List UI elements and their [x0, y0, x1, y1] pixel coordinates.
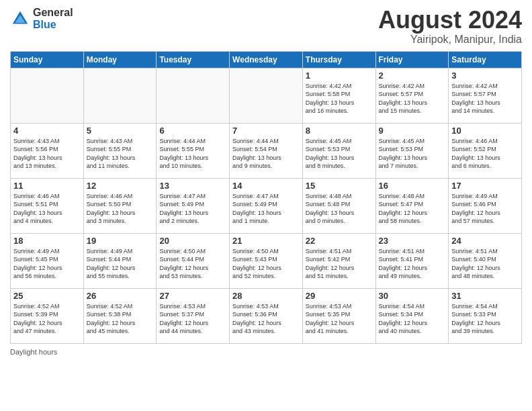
col-friday: Friday	[375, 51, 449, 68]
day-cell: 11Sunrise: 4:46 AM Sunset: 5:51 PM Dayli…	[11, 178, 84, 233]
day-cell: 19Sunrise: 4:49 AM Sunset: 5:44 PM Dayli…	[83, 233, 157, 288]
day-number: 4	[13, 126, 81, 136]
day-number: 21	[232, 236, 300, 246]
day-number: 19	[87, 236, 154, 246]
day-number: 17	[451, 181, 519, 191]
day-info: Sunrise: 4:54 AM Sunset: 5:33 PM Dayligh…	[451, 302, 519, 336]
day-cell: 9Sunrise: 4:45 AM Sunset: 5:53 PM Daylig…	[375, 123, 449, 178]
day-info: Sunrise: 4:51 AM Sunset: 5:41 PM Dayligh…	[379, 247, 446, 281]
day-info: Sunrise: 4:45 AM Sunset: 5:53 PM Dayligh…	[379, 137, 446, 171]
calendar-table: Sunday Monday Tuesday Wednesday Thursday…	[10, 51, 522, 344]
week-row-3: 18Sunrise: 4:49 AM Sunset: 5:45 PM Dayli…	[11, 233, 522, 288]
footer: Daylight hours	[10, 348, 522, 356]
day-cell: 15Sunrise: 4:48 AM Sunset: 5:48 PM Dayli…	[302, 178, 375, 233]
day-number: 3	[451, 71, 519, 81]
day-info: Sunrise: 4:49 AM Sunset: 5:45 PM Dayligh…	[13, 247, 81, 281]
daylight-label: Daylight hours	[10, 348, 57, 356]
day-cell: 1Sunrise: 4:42 AM Sunset: 5:58 PM Daylig…	[302, 68, 375, 123]
day-cell: 24Sunrise: 4:51 AM Sunset: 5:40 PM Dayli…	[449, 233, 522, 288]
day-cell: 18Sunrise: 4:49 AM Sunset: 5:45 PM Dayli…	[11, 233, 84, 288]
day-number: 7	[232, 126, 300, 136]
day-number: 2	[379, 71, 446, 81]
day-cell: 17Sunrise: 4:49 AM Sunset: 5:46 PM Dayli…	[449, 178, 522, 233]
day-number: 31	[451, 291, 519, 301]
day-cell: 31Sunrise: 4:54 AM Sunset: 5:33 PM Dayli…	[449, 288, 522, 343]
day-info: Sunrise: 4:52 AM Sunset: 5:39 PM Dayligh…	[13, 302, 81, 336]
subtitle: Yairipok, Manipur, India	[378, 34, 522, 46]
day-info: Sunrise: 4:46 AM Sunset: 5:51 PM Dayligh…	[13, 192, 81, 226]
day-cell: 4Sunrise: 4:43 AM Sunset: 5:56 PM Daylig…	[11, 123, 84, 178]
day-info: Sunrise: 4:49 AM Sunset: 5:44 PM Dayligh…	[87, 247, 154, 281]
day-cell: 7Sunrise: 4:44 AM Sunset: 5:54 PM Daylig…	[230, 123, 303, 178]
day-number: 13	[159, 181, 226, 191]
day-cell: 12Sunrise: 4:46 AM Sunset: 5:50 PM Dayli…	[83, 178, 157, 233]
day-number: 1	[306, 71, 373, 81]
day-info: Sunrise: 4:51 AM Sunset: 5:42 PM Dayligh…	[306, 247, 373, 281]
day-cell: 8Sunrise: 4:45 AM Sunset: 5:53 PM Daylig…	[302, 123, 375, 178]
day-cell	[230, 68, 303, 123]
day-cell: 16Sunrise: 4:48 AM Sunset: 5:47 PM Dayli…	[375, 178, 449, 233]
day-cell	[157, 68, 230, 123]
day-info: Sunrise: 4:42 AM Sunset: 5:57 PM Dayligh…	[379, 82, 446, 116]
logo-icon	[10, 9, 30, 29]
day-number: 8	[306, 126, 373, 136]
day-info: Sunrise: 4:42 AM Sunset: 5:57 PM Dayligh…	[451, 82, 519, 116]
day-number: 11	[13, 181, 81, 191]
day-number: 16	[379, 181, 446, 191]
day-info: Sunrise: 4:46 AM Sunset: 5:52 PM Dayligh…	[451, 137, 519, 171]
day-number: 29	[306, 291, 373, 301]
day-cell: 23Sunrise: 4:51 AM Sunset: 5:41 PM Dayli…	[375, 233, 449, 288]
header-row: Sunday Monday Tuesday Wednesday Thursday…	[11, 51, 522, 68]
day-number: 5	[87, 126, 154, 136]
header: General Blue August 2024 Yairipok, Manip…	[10, 7, 522, 46]
day-number: 6	[159, 126, 226, 136]
day-number: 12	[87, 181, 154, 191]
col-sunday: Sunday	[11, 51, 84, 68]
day-cell	[83, 68, 157, 123]
day-number: 23	[379, 236, 446, 246]
day-cell: 25Sunrise: 4:52 AM Sunset: 5:39 PM Dayli…	[11, 288, 84, 343]
day-info: Sunrise: 4:48 AM Sunset: 5:47 PM Dayligh…	[379, 192, 446, 226]
day-info: Sunrise: 4:53 AM Sunset: 5:37 PM Dayligh…	[159, 302, 226, 336]
day-cell: 21Sunrise: 4:50 AM Sunset: 5:43 PM Dayli…	[230, 233, 303, 288]
day-number: 15	[306, 181, 373, 191]
day-info: Sunrise: 4:48 AM Sunset: 5:48 PM Dayligh…	[306, 192, 373, 226]
day-info: Sunrise: 4:54 AM Sunset: 5:34 PM Dayligh…	[379, 302, 446, 336]
day-cell: 30Sunrise: 4:54 AM Sunset: 5:34 PM Dayli…	[375, 288, 449, 343]
logo-blue-text: Blue	[33, 19, 73, 31]
day-cell: 26Sunrise: 4:52 AM Sunset: 5:38 PM Dayli…	[83, 288, 157, 343]
day-number: 9	[379, 126, 446, 136]
day-number: 22	[306, 236, 373, 246]
day-cell: 6Sunrise: 4:44 AM Sunset: 5:55 PM Daylig…	[157, 123, 230, 178]
day-cell: 3Sunrise: 4:42 AM Sunset: 5:57 PM Daylig…	[449, 68, 522, 123]
logo: General Blue	[10, 7, 73, 30]
day-info: Sunrise: 4:50 AM Sunset: 5:43 PM Dayligh…	[232, 247, 300, 281]
day-number: 24	[451, 236, 519, 246]
day-info: Sunrise: 4:52 AM Sunset: 5:38 PM Dayligh…	[87, 302, 154, 336]
day-info: Sunrise: 4:51 AM Sunset: 5:40 PM Dayligh…	[451, 247, 519, 281]
day-number: 27	[159, 291, 226, 301]
day-info: Sunrise: 4:47 AM Sunset: 5:49 PM Dayligh…	[232, 192, 300, 226]
day-info: Sunrise: 4:47 AM Sunset: 5:49 PM Dayligh…	[159, 192, 226, 226]
day-info: Sunrise: 4:44 AM Sunset: 5:55 PM Dayligh…	[159, 137, 226, 171]
week-row-0: 1Sunrise: 4:42 AM Sunset: 5:58 PM Daylig…	[11, 68, 522, 123]
day-info: Sunrise: 4:43 AM Sunset: 5:56 PM Dayligh…	[13, 137, 81, 171]
week-row-4: 25Sunrise: 4:52 AM Sunset: 5:39 PM Dayli…	[11, 288, 522, 343]
col-monday: Monday	[83, 51, 157, 68]
day-cell: 28Sunrise: 4:53 AM Sunset: 5:36 PM Dayli…	[230, 288, 303, 343]
day-info: Sunrise: 4:46 AM Sunset: 5:50 PM Dayligh…	[87, 192, 154, 226]
col-thursday: Thursday	[302, 51, 375, 68]
day-number: 18	[13, 236, 81, 246]
day-info: Sunrise: 4:45 AM Sunset: 5:53 PM Dayligh…	[306, 137, 373, 171]
day-number: 30	[379, 291, 446, 301]
day-number: 14	[232, 181, 300, 191]
day-number: 26	[87, 291, 154, 301]
day-info: Sunrise: 4:42 AM Sunset: 5:58 PM Dayligh…	[306, 82, 373, 116]
day-cell: 27Sunrise: 4:53 AM Sunset: 5:37 PM Dayli…	[157, 288, 230, 343]
col-wednesday: Wednesday	[230, 51, 303, 68]
col-tuesday: Tuesday	[157, 51, 230, 68]
day-cell: 14Sunrise: 4:47 AM Sunset: 5:49 PM Dayli…	[230, 178, 303, 233]
day-cell: 22Sunrise: 4:51 AM Sunset: 5:42 PM Dayli…	[302, 233, 375, 288]
title-block: August 2024 Yairipok, Manipur, India	[378, 7, 522, 46]
main-title: August 2024	[378, 7, 522, 34]
